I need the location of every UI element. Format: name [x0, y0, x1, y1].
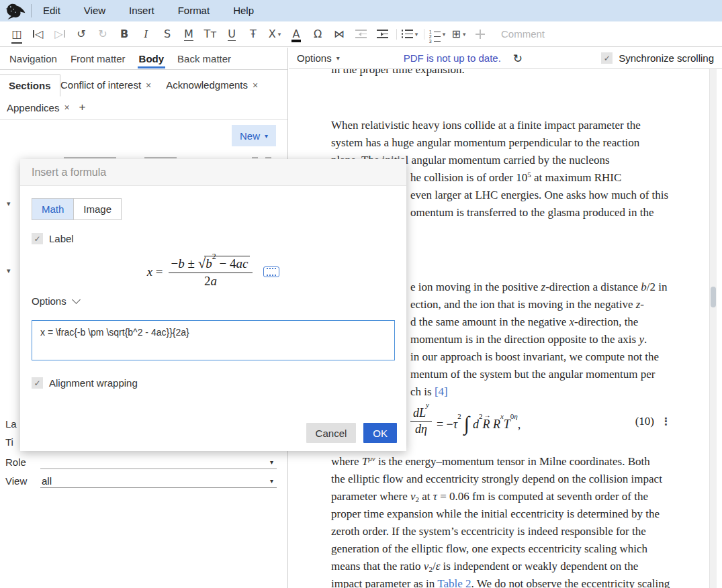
- mark-icon[interactable]: M: [179, 26, 199, 43]
- math-style-icon[interactable]: X▾: [265, 26, 285, 43]
- menu-bar: EditViewInsertFormatHelp: [0, 0, 722, 21]
- role-select[interactable]: [40, 456, 277, 469]
- text-color-icon[interactable]: A: [286, 26, 306, 43]
- left-pane-tabs: NavigationFront matterBodyBack matter: [0, 48, 287, 70]
- checkbox-checked[interactable]: ✓: [601, 52, 613, 64]
- outdent-icon[interactable]: [351, 26, 371, 43]
- tab-math[interactable]: Math: [32, 199, 73, 219]
- table-icon[interactable]: ⊞▾: [449, 26, 469, 43]
- doc-line: generation of the elliptic flow, one exp…: [331, 542, 647, 556]
- clipped-list-row: [0, 149, 279, 159]
- new-section-button[interactable]: New ▾: [232, 125, 276, 146]
- inline-formula-icon[interactable]: ⋈: [329, 26, 349, 43]
- preview-scrollbar-thumb[interactable]: [711, 287, 716, 307]
- doc-line: parameter where v2 at τ = 0.06 fm is com…: [331, 489, 648, 504]
- alignment-checkbox-row: ✓ Alignment wrapping: [32, 377, 138, 389]
- chevron-down-icon: ▾: [278, 31, 281, 38]
- chevron-down-icon: [72, 295, 81, 304]
- close-icon[interactable]: ×: [253, 80, 258, 91]
- menu-format[interactable]: Format: [169, 0, 219, 21]
- formatting-toolbar: ◫◁▷↺↻BISMTᴛUŦX▾AΩ⋈▾▾⊞▾ Comment: [0, 21, 722, 47]
- doc-line: zeroth order. If the system’s eccentrici…: [331, 524, 646, 539]
- equation-fraction: dLy dη: [410, 406, 432, 436]
- doc-line: d the same amount in the negative x-dire…: [410, 315, 638, 330]
- equation-number: (10): [635, 415, 654, 428]
- alignment-checkbox-text: Alignment wrapping: [49, 377, 138, 389]
- tab-front-matter[interactable]: Front matter: [64, 49, 132, 68]
- small-caps-icon[interactable]: Tᴛ: [200, 26, 220, 43]
- italic-icon[interactable]: I: [136, 26, 156, 43]
- strikethrough-icon[interactable]: S: [157, 26, 177, 43]
- menu-edit[interactable]: Edit: [34, 0, 69, 21]
- doc-line: ection, and the ion that is moving in th…: [410, 297, 644, 312]
- formula-type-switch: Math Image: [32, 198, 122, 220]
- bullet-list-icon[interactable]: ▾: [400, 26, 420, 43]
- section-chip[interactable]: Appendices×: [7, 102, 70, 113]
- disclosure-triangle-icon[interactable]: ▾: [7, 199, 11, 208]
- view-select[interactable]: [40, 475, 277, 488]
- clipped-field-label: Ti: [5, 436, 13, 448]
- indent-icon[interactable]: [372, 26, 392, 43]
- undo-icon[interactable]: ↺: [71, 26, 91, 43]
- view-field-label: View: [5, 475, 27, 487]
- close-icon[interactable]: ×: [146, 80, 151, 91]
- label-checkbox-row: ✓ Label: [32, 233, 74, 244]
- ordered-list-icon[interactable]: ▾: [427, 26, 447, 43]
- chevron-down-icon: ▾: [415, 31, 418, 38]
- sections-bar: Sections Conflict of interest×Acknowledg…: [0, 69, 287, 120]
- citation-link[interactable]: Table 2: [437, 577, 471, 588]
- tab-navigation[interactable]: Navigation: [3, 49, 64, 68]
- menu-insert[interactable]: Insert: [120, 0, 163, 21]
- doc-line: he collision is of order 105 at maximum …: [410, 170, 621, 185]
- menu-view[interactable]: View: [75, 0, 114, 21]
- panel-toggle-icon[interactable]: ◫: [7, 26, 27, 43]
- add-section-button[interactable]: +: [79, 101, 86, 114]
- chevron-down-icon: ▾: [336, 54, 340, 62]
- ok-button[interactable]: OK: [363, 423, 397, 443]
- keyboard-icon[interactable]: [263, 266, 279, 277]
- preview-scrollbar-track[interactable]: [709, 69, 717, 588]
- chevron-down-icon[interactable]: ▾: [270, 477, 273, 485]
- tab-back-matter[interactable]: Back matter: [171, 49, 238, 68]
- refresh-icon[interactable]: ↻: [513, 52, 523, 65]
- equation-menu-button[interactable]: ⋮: [661, 415, 671, 428]
- redo-icon[interactable]: ↻: [93, 26, 113, 43]
- tab-body[interactable]: Body: [132, 49, 171, 68]
- formula-options-toggle[interactable]: Options: [32, 295, 79, 307]
- special-character-icon[interactable]: Ω: [308, 26, 328, 43]
- preview-options-button[interactable]: Options ▾: [297, 52, 340, 64]
- toolbar-separator: [396, 29, 397, 40]
- tab-image[interactable]: Image: [73, 199, 121, 219]
- label-checkbox[interactable]: ✓: [32, 233, 43, 244]
- doc-line: When relativistic heavy ions collide at …: [331, 118, 641, 133]
- alignment-wrapping-checkbox[interactable]: ✓: [32, 377, 43, 389]
- close-icon[interactable]: ×: [64, 102, 69, 113]
- disclosure-triangle-icon[interactable]: ▾: [7, 266, 11, 275]
- chevron-down-icon: ▾: [463, 31, 466, 38]
- insert-formula-dialog: Insert a formula Math Image ✓ Label x = …: [20, 159, 406, 451]
- sections-tab[interactable]: Sections: [0, 75, 60, 97]
- doc-line: omentum is transferred to the glasma pro…: [410, 205, 654, 220]
- toolbar-separator: [424, 29, 424, 40]
- overline-icon[interactable]: Ŧ: [243, 26, 263, 43]
- section-chip[interactable]: Acknowledgments×: [166, 79, 258, 91]
- citation-link[interactable]: [4]: [435, 385, 448, 398]
- jump-to-start-icon[interactable]: ◁: [28, 26, 48, 43]
- formula-preview-row: x = −b ± √b2 − 4ac 2a: [20, 255, 406, 289]
- rendered-formula: x = −b ± √b2 − 4ac 2a: [147, 255, 253, 289]
- section-chip[interactable]: Conflict of interest×: [60, 79, 151, 91]
- jump-to-end-icon[interactable]: ▷: [50, 26, 70, 43]
- underline-icon[interactable]: U: [222, 26, 242, 43]
- chevron-down-icon[interactable]: ▾: [270, 458, 273, 466]
- latex-source-input[interactable]: x = \frac{-b \pm \sqrt{b^2 - 4ac}}{2a}: [32, 320, 395, 360]
- move-icon[interactable]: [470, 26, 490, 43]
- doc-line: system has a huge angular momentum perpe…: [331, 136, 639, 150]
- comment-button[interactable]: Comment: [501, 28, 545, 40]
- doc-line: where Tμν is the energy–momentum tensor …: [331, 454, 650, 469]
- synchronize-scrolling-toggle[interactable]: ✓ Synchronize scrolling: [601, 52, 714, 64]
- bold-icon[interactable]: B: [114, 26, 134, 43]
- menu-help[interactable]: Help: [224, 0, 263, 21]
- doc-line: in our approach is boost invariant, we c…: [410, 350, 659, 364]
- view-select-value: all: [42, 475, 52, 487]
- cancel-button[interactable]: Cancel: [306, 423, 357, 443]
